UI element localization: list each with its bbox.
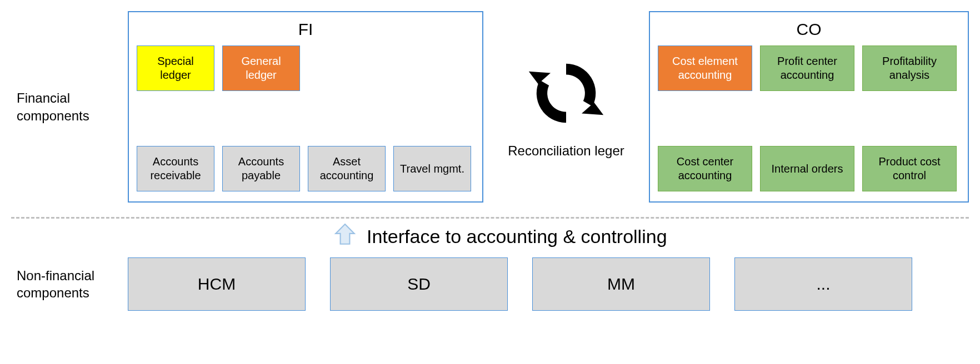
- nonfinancial-components-label: Non-financial components: [11, 267, 122, 301]
- arrow-up-icon: [122, 223, 367, 247]
- fi-box-accounts-receivable: Accounts receivable: [137, 146, 214, 191]
- reconciliation-label: Reconciliation leger: [508, 142, 624, 159]
- fi-panel: FI Special ledger General ledger Account…: [128, 11, 483, 203]
- interface-row: Interface to accounting & controlling: [122, 223, 969, 247]
- co-top-row: Cost element accounting Profit center ac…: [658, 46, 960, 91]
- co-panel: CO Cost element accounting Profit center…: [649, 11, 969, 203]
- svg-marker-2: [336, 224, 354, 244]
- nf-box-sd: SD: [330, 257, 508, 311]
- fi-box-asset-accounting: Asset accounting: [308, 146, 386, 191]
- fi-box-accounts-payable: Accounts payable: [222, 146, 300, 191]
- co-box-profit-center: Profit center accounting: [760, 46, 854, 91]
- fi-box-general-ledger: General ledger: [222, 46, 300, 91]
- nf-box-hcm: HCM: [128, 257, 306, 311]
- section-divider: [11, 217, 969, 219]
- nonfinancial-boxes: HCM SD MM ...: [128, 257, 912, 311]
- financial-row: Financial components FI Special ledger G…: [11, 11, 969, 203]
- fi-top-row: Special ledger General ledger: [137, 46, 474, 91]
- co-box-internal-orders: Internal orders: [760, 146, 854, 191]
- co-title: CO: [658, 20, 960, 39]
- nonfinancial-row: Non-financial components HCM SD MM ...: [11, 257, 969, 311]
- co-box-profitability: Profitability analysis: [862, 46, 957, 91]
- fi-title: FI: [137, 20, 474, 39]
- financial-components-label: Financial components: [11, 89, 122, 124]
- co-box-product-cost: Product cost control: [862, 146, 957, 191]
- nf-box-more: ...: [734, 257, 912, 311]
- co-box-cost-center: Cost center accounting: [658, 146, 752, 191]
- svg-marker-1: [529, 72, 551, 84]
- co-bottom-row: Cost center accounting Internal orders P…: [658, 146, 960, 191]
- sync-icon: [527, 54, 605, 132]
- fi-box-travel-mgmt: Travel mgmt.: [393, 146, 471, 191]
- nf-box-mm: MM: [532, 257, 710, 311]
- svg-marker-0: [582, 103, 603, 115]
- fi-box-special-ledger: Special ledger: [137, 46, 214, 91]
- reconciliation-section: Reconciliation leger: [489, 54, 643, 159]
- fi-bottom-row: Accounts receivable Accounts payable Ass…: [137, 146, 474, 191]
- interface-label: Interface to accounting & controlling: [367, 226, 667, 247]
- co-box-cost-element: Cost element accounting: [658, 46, 752, 91]
